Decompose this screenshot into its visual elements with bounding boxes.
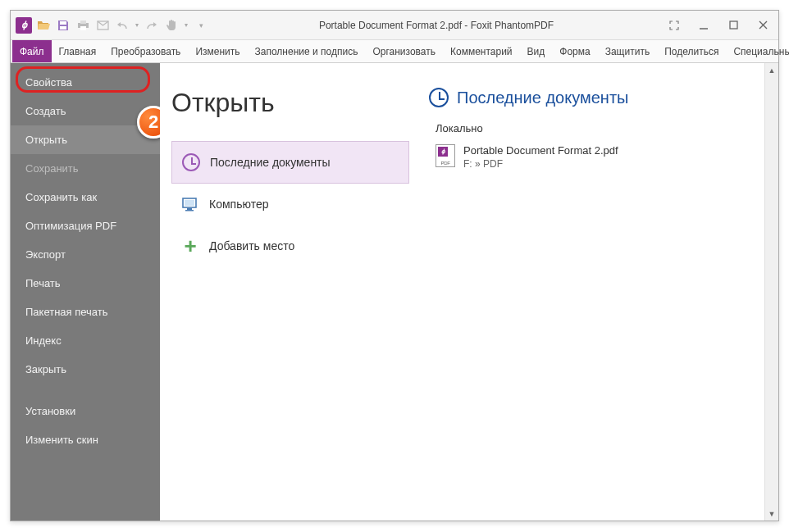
undo-icon[interactable]	[114, 17, 130, 34]
qat-dropdown-icon[interactable]: ▾	[193, 17, 209, 34]
svg-rect-11	[185, 210, 194, 211]
quick-access-toolbar: ϕ ▾ ▾ ▾	[16, 17, 209, 34]
sidebar-item-properties[interactable]: Свойства	[11, 68, 160, 97]
clock-icon	[182, 153, 200, 171]
recent-file-name: Portable Document Format 2.pdf	[463, 144, 618, 157]
fullscreen-icon[interactable]	[664, 17, 685, 34]
scroll-down-icon[interactable]: ▼	[765, 507, 778, 521]
hand-icon[interactable]	[163, 17, 180, 34]
source-label: Добавить место	[209, 239, 294, 252]
plus-icon: +	[181, 237, 199, 255]
tab-convert[interactable]: Преобразовать	[103, 40, 188, 62]
tab-form[interactable]: Форма	[552, 40, 597, 62]
email-icon[interactable]	[94, 17, 111, 34]
tab-fill-sign[interactable]: Заполнение и подпись	[248, 40, 366, 62]
redo-icon[interactable]	[144, 17, 160, 34]
minimize-icon[interactable]	[693, 17, 714, 34]
sidebar-item-skin[interactable]: Изменить скин	[11, 425, 160, 454]
tab-edit[interactable]: Изменить	[188, 40, 247, 62]
svg-rect-1	[60, 26, 66, 30]
pdf-file-icon: ϕ PDF	[436, 144, 455, 167]
sidebar-item-batch-print[interactable]: Пакетная печать	[11, 298, 160, 326]
source-computer[interactable]: Компьютер	[171, 184, 409, 225]
recent-file-entry[interactable]: ϕ PDF Portable Document Format 2.pdf F: …	[429, 141, 767, 173]
svg-rect-4	[80, 26, 86, 30]
window-title: Portable Document Format 2.pdf - Foxit P…	[209, 20, 664, 31]
titlebar: ϕ ▾ ▾ ▾ Port	[11, 11, 778, 40]
recent-group-local: Локально	[436, 122, 767, 134]
ribbon-tabs: Файл Главная Преобразовать Изменить Запо…	[11, 40, 778, 63]
tab-comment[interactable]: Комментарий	[443, 40, 520, 62]
sidebar-item-index[interactable]: Индекс	[11, 326, 160, 355]
close-icon[interactable]	[752, 17, 773, 34]
file-menu-sidebar: Свойства Создать Открыть Сохранить Сохра…	[11, 63, 160, 521]
tab-file[interactable]: Файл	[12, 40, 52, 62]
sidebar-item-preferences[interactable]: Установки	[11, 397, 160, 425]
undo-dropdown-icon[interactable]: ▾	[134, 17, 140, 34]
vertical-scrollbar[interactable]: ▲ ▼	[764, 63, 778, 521]
tab-special[interactable]: Специальные	[726, 40, 789, 62]
window-controls	[664, 17, 773, 34]
save-icon[interactable]	[55, 17, 71, 34]
app-icon: ϕ	[16, 17, 32, 34]
source-add-place[interactable]: + Добавить место	[171, 225, 409, 267]
tab-home[interactable]: Главная	[52, 40, 104, 62]
scroll-up-icon[interactable]: ▲	[765, 63, 778, 77]
page-title: Открыть	[171, 88, 409, 118]
recent-section-title: Последние документы	[429, 88, 767, 107]
tab-view[interactable]: Вид	[520, 40, 553, 62]
main-panel: Открыть Последние документы Компьютер + …	[160, 63, 778, 521]
svg-rect-0	[60, 21, 66, 25]
svg-rect-7	[730, 21, 737, 29]
open-sources-column: Открыть Последние документы Компьютер + …	[171, 88, 409, 512]
app-window: ϕ ▾ ▾ ▾ Port	[10, 10, 779, 521]
svg-rect-10	[187, 208, 192, 210]
sidebar-item-save: Сохранить	[11, 154, 160, 183]
tab-organize[interactable]: Организовать	[365, 40, 443, 62]
sidebar-item-export[interactable]: Экспорт	[11, 240, 160, 269]
content-area: Свойства Создать Открыть Сохранить Сохра…	[11, 63, 778, 521]
source-recent-documents[interactable]: Последние документы	[171, 141, 409, 184]
sidebar-item-close[interactable]: Закрыть	[11, 355, 160, 384]
tab-protect[interactable]: Защитить	[598, 40, 657, 62]
sidebar-item-print[interactable]: Печать	[11, 269, 160, 298]
sidebar-item-open[interactable]: Открыть	[11, 125, 160, 154]
svg-rect-3	[80, 20, 86, 24]
hand-dropdown-icon[interactable]: ▾	[183, 17, 189, 34]
sidebar-item-save-as[interactable]: Сохранить как	[11, 183, 160, 211]
recent-file-path: F: » PDF	[463, 158, 618, 170]
recent-documents-column: Последние документы Локально ϕ PDF Porta…	[429, 88, 767, 512]
computer-icon	[181, 195, 199, 213]
open-icon[interactable]	[35, 17, 52, 34]
source-label: Последние документы	[210, 156, 331, 169]
clock-icon	[429, 88, 449, 107]
print-icon[interactable]	[75, 17, 91, 34]
source-label: Компьютер	[209, 198, 268, 211]
tab-share[interactable]: Поделиться	[657, 40, 726, 62]
maximize-icon[interactable]	[723, 17, 744, 34]
sidebar-item-optimize[interactable]: Оптимизация PDF	[11, 211, 160, 240]
svg-rect-9	[185, 200, 194, 206]
